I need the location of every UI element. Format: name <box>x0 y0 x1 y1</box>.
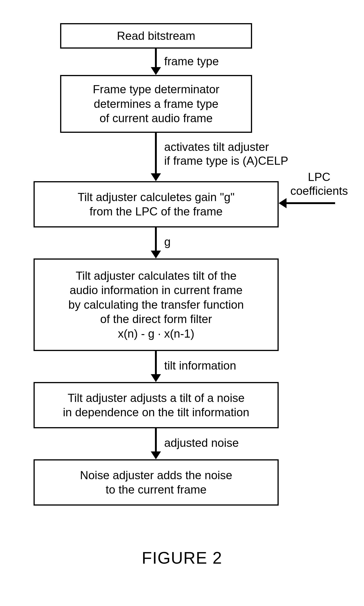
figure-label: FIGURE 2 <box>0 548 364 567</box>
box-text: Tilt adjuster calculetes gain "g" from t… <box>78 190 234 219</box>
box-text: Noise adjuster adds the noise to the cur… <box>80 468 233 497</box>
arrow-label-activates: activates tilt adjuster if frame type is… <box>164 140 288 168</box>
box-text: Tilt adjuster adjusts a tilt of a noise … <box>63 391 249 420</box>
arrow-stem <box>155 227 157 250</box>
arrow-label-lpc: LPC coefficients <box>289 170 349 198</box>
arrow-head-down-icon <box>151 173 161 181</box>
box-frame-type-determinator: Frame type determinator determines a fra… <box>60 75 252 133</box>
box-noise-adjuster: Noise adjuster adds the noise to the cur… <box>34 459 279 506</box>
arrow-head-down-icon <box>151 374 161 382</box>
box-text: Read bitstream <box>117 29 195 43</box>
arrow-stem <box>155 428 157 451</box>
box-text: Frame type determinator determines a fra… <box>93 82 219 126</box>
arrow-head-down-icon <box>151 67 161 75</box>
box-tilt-adjust-noise: Tilt adjuster adjusts a tilt of a noise … <box>34 382 279 428</box>
arrow-head-down-icon <box>151 250 161 258</box>
arrow-label-g: g <box>164 235 171 249</box>
arrow-stem <box>155 351 157 374</box>
arrow-stem <box>155 133 157 173</box>
arrow-head-down-icon <box>151 451 161 459</box>
box-tilt-calc: Tilt adjuster calculates tilt of the aud… <box>34 258 279 351</box>
arrow-head-left-icon <box>279 198 286 208</box>
box-text: Tilt adjuster calculates tilt of the aud… <box>68 269 244 341</box>
box-read-bitstream: Read bitstream <box>60 23 252 49</box>
arrow-stem <box>155 49 157 67</box>
arrow-label-frame-type: frame type <box>164 54 219 68</box>
arrow-label-tilt-info: tilt information <box>164 359 236 372</box>
arrow-label-adjusted-noise: adjusted noise <box>164 436 239 450</box>
flowchart-canvas: Read bitstream frame type Frame type det… <box>0 0 364 606</box>
box-tilt-gain: Tilt adjuster calculetes gain "g" from t… <box>34 181 279 227</box>
arrow-stem <box>286 202 335 204</box>
